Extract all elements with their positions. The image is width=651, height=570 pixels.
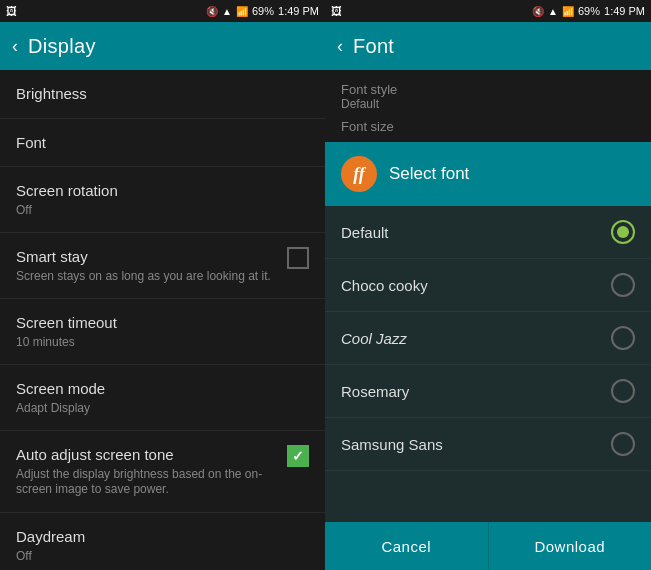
left-panel: 🖼 🔇 ▲ 📶 69% 1:49 PM ‹ Display Brightness… bbox=[0, 0, 325, 570]
screen-timeout-content: Screen timeout 10 minutes bbox=[16, 313, 309, 350]
font-option-rosemary-label: Rosemary bbox=[341, 383, 409, 400]
font-option-samsung-sans-radio[interactable] bbox=[611, 432, 635, 456]
font-option-choco-cooky[interactable]: Choco cooky bbox=[325, 259, 651, 312]
smart-stay-control bbox=[287, 247, 309, 269]
auto-adjust-subtitle: Adjust the display brightness based on t… bbox=[16, 467, 279, 498]
auto-adjust-checkbox[interactable] bbox=[287, 445, 309, 467]
auto-adjust-content: Auto adjust screen tone Adjust the displ… bbox=[16, 445, 279, 498]
left-status-right: 🔇 ▲ 📶 69% 1:49 PM bbox=[206, 5, 319, 17]
font-size-label: Font size bbox=[341, 119, 635, 134]
font-option-rosemary[interactable]: Rosemary bbox=[325, 365, 651, 418]
left-status-icons: 🖼 bbox=[6, 5, 17, 17]
daydream-subtitle: Off bbox=[16, 549, 309, 565]
clock: 1:49 PM bbox=[278, 5, 319, 17]
font-options-list: Default Choco cooky Cool Jazz Rosemary S… bbox=[325, 206, 651, 522]
battery-level: 69% bbox=[252, 5, 274, 17]
font-option-cool-jazz[interactable]: Cool Jazz bbox=[325, 312, 651, 365]
smart-stay-checkbox[interactable] bbox=[287, 247, 309, 269]
font-item[interactable]: Font bbox=[0, 119, 325, 168]
smart-stay-item[interactable]: Smart stay Screen stays on as long as yo… bbox=[0, 233, 325, 299]
left-status-bar: 🖼 🔇 ▲ 📶 69% 1:49 PM bbox=[0, 0, 325, 22]
mute-icon: 🔇 bbox=[206, 6, 218, 17]
right-panel: 🖼 🔇 ▲ 📶 69% 1:49 PM ‹ Font Font style De… bbox=[325, 0, 651, 570]
font-content: Font bbox=[16, 133, 309, 153]
wifi-icon: ▲ bbox=[222, 6, 232, 17]
right-status-icons: 🖼 bbox=[331, 5, 342, 17]
font-option-default-label: Default bbox=[341, 224, 389, 241]
font-option-cool-jazz-label: Cool Jazz bbox=[341, 330, 407, 347]
font-style-value: Default bbox=[341, 97, 635, 111]
auto-adjust-title: Auto adjust screen tone bbox=[16, 445, 279, 465]
screen-rotation-item[interactable]: Screen rotation Off bbox=[0, 167, 325, 233]
auto-adjust-item[interactable]: Auto adjust screen tone Adjust the displ… bbox=[0, 431, 325, 513]
dialog-header: ff Select font bbox=[325, 142, 651, 206]
screen-rotation-content: Screen rotation Off bbox=[16, 181, 309, 218]
right-clock: 1:49 PM bbox=[604, 5, 645, 17]
font-option-rosemary-radio[interactable] bbox=[611, 379, 635, 403]
smart-stay-content: Smart stay Screen stays on as long as yo… bbox=[16, 247, 279, 284]
font-option-cool-jazz-radio[interactable] bbox=[611, 326, 635, 350]
font-app-icon: ff bbox=[341, 156, 377, 192]
select-font-dialog: ff Select font Default Choco cooky Cool … bbox=[325, 142, 651, 570]
brightness-title: Brightness bbox=[16, 84, 309, 104]
font-option-default-radio[interactable] bbox=[611, 220, 635, 244]
right-status-right: 🔇 ▲ 📶 69% 1:49 PM bbox=[532, 5, 645, 17]
back-button[interactable]: ‹ bbox=[12, 36, 18, 57]
daydream-content: Daydream Off bbox=[16, 527, 309, 564]
right-signal-icon: 📶 bbox=[562, 6, 574, 17]
right-toolbar: ‹ Font bbox=[325, 22, 651, 70]
left-page-title: Display bbox=[28, 35, 96, 58]
cancel-button[interactable]: Cancel bbox=[325, 522, 489, 570]
screen-timeout-subtitle: 10 minutes bbox=[16, 335, 309, 351]
font-option-samsung-sans-label: Samsung Sans bbox=[341, 436, 443, 453]
screen-timeout-item[interactable]: Screen timeout 10 minutes bbox=[0, 299, 325, 365]
smart-stay-title: Smart stay bbox=[16, 247, 279, 267]
image-icon: 🖼 bbox=[6, 5, 17, 17]
screen-mode-title: Screen mode bbox=[16, 379, 309, 399]
right-image-icon: 🖼 bbox=[331, 5, 342, 17]
screen-mode-item[interactable]: Screen mode Adapt Display bbox=[0, 365, 325, 431]
daydream-title: Daydream bbox=[16, 527, 309, 547]
font-option-samsung-sans[interactable]: Samsung Sans bbox=[325, 418, 651, 471]
brightness-content: Brightness bbox=[16, 84, 309, 104]
font-title: Font bbox=[16, 133, 309, 153]
font-option-default[interactable]: Default bbox=[325, 206, 651, 259]
right-page-title: Font bbox=[353, 35, 394, 58]
dialog-actions: Cancel Download bbox=[325, 522, 651, 570]
screen-rotation-title: Screen rotation bbox=[16, 181, 309, 201]
right-battery-level: 69% bbox=[578, 5, 600, 17]
font-option-choco-cooky-label: Choco cooky bbox=[341, 277, 428, 294]
dialog-title: Select font bbox=[389, 164, 469, 184]
daydream-item[interactable]: Daydream Off bbox=[0, 513, 325, 570]
smart-stay-subtitle: Screen stays on as long as you are looki… bbox=[16, 269, 279, 285]
screen-mode-subtitle: Adapt Display bbox=[16, 401, 309, 417]
brightness-item[interactable]: Brightness bbox=[0, 70, 325, 119]
right-wifi-icon: ▲ bbox=[548, 6, 558, 17]
auto-adjust-control bbox=[287, 445, 309, 467]
font-settings-bg: Font style Default Font size bbox=[325, 70, 651, 142]
right-status-bar: 🖼 🔇 ▲ 📶 69% 1:49 PM bbox=[325, 0, 651, 22]
font-style-label: Font style bbox=[341, 82, 635, 97]
right-back-button[interactable]: ‹ bbox=[337, 36, 343, 57]
right-mute-icon: 🔇 bbox=[532, 6, 544, 17]
screen-rotation-subtitle: Off bbox=[16, 203, 309, 219]
left-toolbar: ‹ Display bbox=[0, 22, 325, 70]
left-settings-list: Brightness Font Screen rotation Off Smar… bbox=[0, 70, 325, 570]
font-option-choco-cooky-radio[interactable] bbox=[611, 273, 635, 297]
screen-timeout-title: Screen timeout bbox=[16, 313, 309, 333]
screen-mode-content: Screen mode Adapt Display bbox=[16, 379, 309, 416]
signal-icon: 📶 bbox=[236, 6, 248, 17]
download-button[interactable]: Download bbox=[489, 522, 652, 570]
